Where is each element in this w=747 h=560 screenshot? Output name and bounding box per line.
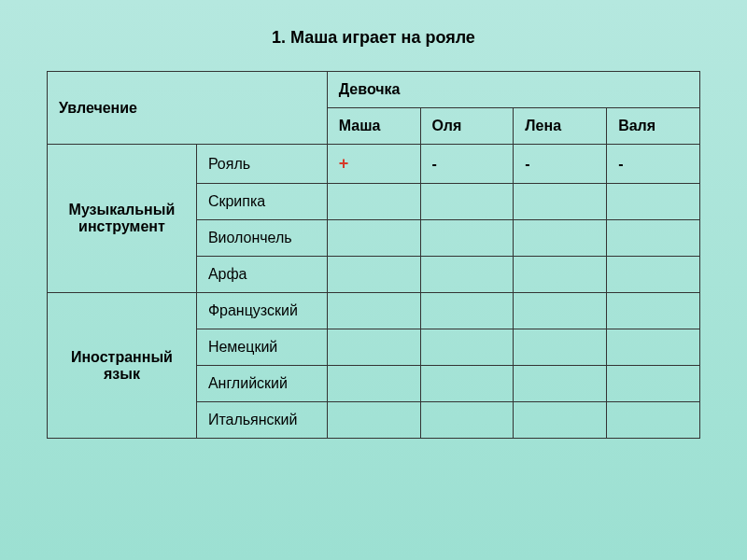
section-1-line2: язык xyxy=(104,366,140,382)
cell xyxy=(514,293,607,329)
cell xyxy=(420,184,514,220)
cell xyxy=(514,366,607,402)
header-row-1: Увлечение Девочка xyxy=(48,72,700,108)
girl-col-3: Валя xyxy=(607,108,700,145)
cell xyxy=(420,329,514,366)
cell xyxy=(327,184,420,220)
minus-mark: - xyxy=(525,156,529,172)
cell xyxy=(327,366,420,402)
girl-header: Девочка xyxy=(327,72,699,108)
cell: + xyxy=(327,145,420,184)
row-item: Английский xyxy=(196,366,327,402)
row-item: Немецкий xyxy=(196,329,327,366)
cell xyxy=(514,220,607,257)
cell xyxy=(420,293,514,329)
cell: - xyxy=(607,145,700,184)
row-item: Французский xyxy=(196,293,327,329)
cell xyxy=(420,402,514,439)
row-item: Итальянский xyxy=(196,402,327,439)
girl-col-0: Маша xyxy=(327,108,420,145)
section-1-label: Иностранный язык xyxy=(48,293,197,439)
cell: - xyxy=(514,145,607,184)
section-0-line1: Музыкальный xyxy=(69,202,176,217)
cell xyxy=(327,257,420,293)
cell xyxy=(607,257,700,293)
cell xyxy=(420,257,514,293)
row-item: Арфа xyxy=(196,257,327,293)
row-item: Скрипка xyxy=(196,184,327,220)
row-item: Виолончель xyxy=(196,220,327,257)
cell xyxy=(607,220,700,257)
girl-col-2: Лена xyxy=(514,108,607,145)
plus-mark: + xyxy=(339,154,349,173)
minus-mark: - xyxy=(432,156,437,172)
cell xyxy=(327,402,420,439)
cell xyxy=(420,366,514,402)
cell xyxy=(607,184,700,220)
section-0-line2: инструмент xyxy=(78,218,165,234)
page-title: 1. Маша играет на рояле xyxy=(272,28,475,48)
table-row: Иностранный язык Французский xyxy=(48,293,700,329)
table-row: Музыкальный инструмент Рояль + - - - xyxy=(48,145,700,184)
cell xyxy=(420,220,514,257)
logic-table: Увлечение Девочка Маша Оля Лена Валя Муз… xyxy=(47,71,700,439)
cell xyxy=(607,293,700,329)
cell xyxy=(327,329,420,366)
cell xyxy=(514,329,607,366)
cell xyxy=(327,220,420,257)
cell xyxy=(514,257,607,293)
cell xyxy=(607,366,700,402)
section-0-label: Музыкальный инструмент xyxy=(48,145,197,293)
row-item: Рояль xyxy=(196,145,327,184)
cell xyxy=(327,293,420,329)
minus-mark: - xyxy=(618,156,623,172)
girl-col-1: Оля xyxy=(420,108,514,145)
cell xyxy=(607,329,700,366)
section-1-line1: Иностранный xyxy=(71,349,173,365)
cell xyxy=(514,184,607,220)
cell xyxy=(607,402,700,439)
cell: - xyxy=(420,145,514,184)
cell xyxy=(514,402,607,439)
hobby-header: Увлечение xyxy=(48,72,328,145)
